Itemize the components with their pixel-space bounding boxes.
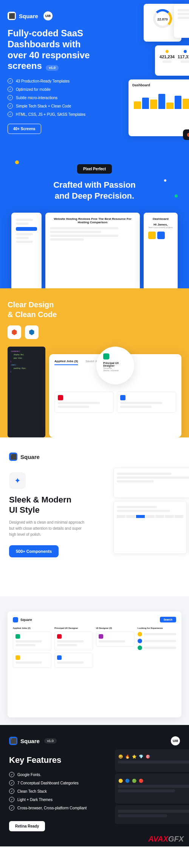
- brand-logo-footer: ⬛ Square v1.0 UI8: [9, 736, 180, 745]
- pixel-perfect-badge: Pixel Perfect: [77, 164, 112, 174]
- kanban-section: Square Search Applied Jobs (2) Principal…: [0, 596, 189, 725]
- hero-mockups: 22.870 421,234 117,315 98,516 Dashboard …: [91, 4, 189, 140]
- logo-icon: ⬛: [8, 12, 16, 20]
- jobs-mock: Applied Jobs (3) Saved Jobs Principal UX…: [49, 354, 181, 437]
- pixel-perfect-section: Pixel Perfect Crafted with Passion and D…: [0, 149, 189, 288]
- check-icon: ✓: [9, 797, 14, 802]
- components-button[interactable]: 500+ Components: [9, 545, 59, 557]
- key-features-section: ⬛ Square v1.0 UI8 Key Features ✓Google F…: [0, 725, 189, 846]
- kanban-board: Square Search Applied Jobs (2) Principal…: [8, 611, 181, 717]
- ui8-badge: UI8: [171, 736, 180, 745]
- tech-icons: ⬢ ⬢: [8, 325, 181, 339]
- ui8-badge: UI8: [43, 11, 53, 20]
- logo-icon: ⬛: [9, 737, 17, 745]
- check-icon: ✓: [8, 87, 13, 92]
- brand-name: Square: [19, 13, 38, 19]
- check-icon: ✓: [9, 780, 14, 786]
- content-mock: Website Hosting Reviews Free The Best Re…: [45, 213, 140, 288]
- sidebar-mock: [11, 213, 42, 288]
- code-editor-mock: .container { display: flex; gap: 12px; }…: [8, 347, 45, 437]
- clean-code-section: Clear Design & Clean Code ⬢ ⬢ .container…: [0, 288, 189, 437]
- brand-logo-dark: ⬛ Square: [9, 453, 180, 461]
- section4-description: Designed with a clean and minimal approa…: [9, 520, 85, 538]
- retina-button[interactable]: Retina Ready: [9, 821, 45, 831]
- mockup-row: Website Hosting Reviews Free The Best Re…: [8, 213, 181, 288]
- check-icon: ✓: [8, 103, 13, 109]
- search-button[interactable]: Search: [160, 617, 176, 622]
- section4-mockups: [113, 468, 189, 557]
- section3-title: Clear Design & Clean Code: [8, 300, 181, 319]
- check-icon: ✓: [9, 789, 14, 794]
- check-icon: ✓: [8, 78, 13, 84]
- version-badge: v1.0: [44, 738, 57, 744]
- check-icon: ✓: [8, 95, 13, 100]
- studio-card: [174, 4, 189, 38]
- dark-mockups: 😀🔥⭐💎🎯 🟡🔵🟢🔴: [113, 748, 189, 826]
- check-icon: ✓: [9, 805, 14, 810]
- logo-icon: ⬛: [9, 453, 17, 461]
- hero-section: ⬛ Square UI8 Fully-coded SaaS Dashboards…: [0, 0, 189, 149]
- section2-title: Crafted with Passion and Deep Precision.: [8, 180, 181, 201]
- right-mock: Dashboard Hi James, here's your currentl…: [144, 213, 178, 288]
- check-icon: ✓: [9, 772, 14, 777]
- check-icon: ✓: [8, 112, 13, 117]
- star-icon: ✦: [9, 472, 26, 489]
- watermark: AVAXGFX: [148, 835, 184, 843]
- stats-card: 421,234 117,315 98,516: [155, 45, 189, 76]
- hero-title: Fully-coded SaaS Dashboards with over 40…: [8, 28, 98, 72]
- version-badge: v1.0: [46, 65, 59, 71]
- screens-button[interactable]: 40+ Screens: [8, 124, 41, 134]
- css3-icon: ⬢: [25, 325, 39, 339]
- html5-icon: ⬢: [8, 325, 21, 339]
- dashboard-card: Dashboard ⬢⬢ 🧑🐭: [129, 79, 189, 136]
- sleek-section: ⬛ Square ✦ Sleek & Modern UI Style Desig…: [0, 437, 189, 596]
